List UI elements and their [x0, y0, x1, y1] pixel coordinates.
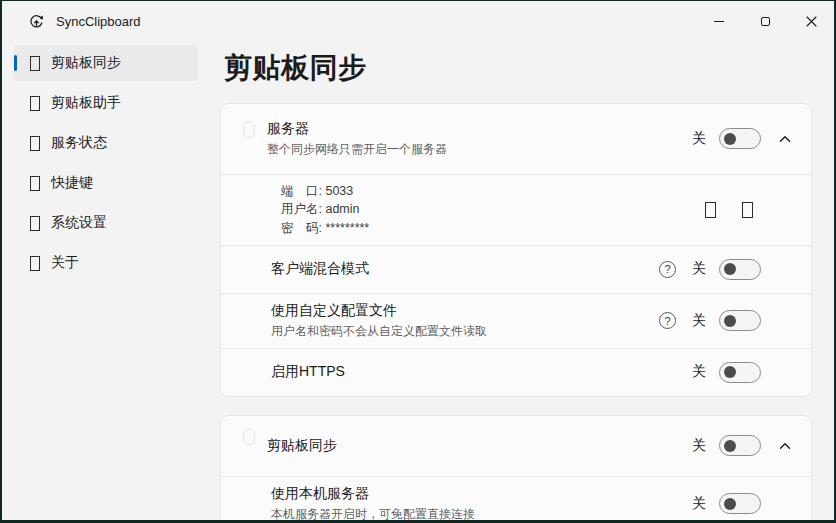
- server-collapse-chevron[interactable]: [773, 135, 797, 143]
- page-title: 剪贴板同步: [224, 51, 812, 85]
- chevron-up-icon: [779, 135, 791, 143]
- sidebar-item-service-status[interactable]: 服务状态: [14, 125, 198, 161]
- server-port-line: 端 口: 5033: [281, 182, 369, 201]
- server-title: 服务器: [267, 120, 447, 138]
- row-custom-config: 使用自定义配置文件 用户名和密码不会从自定义配置文件读取 ? 关: [221, 293, 811, 348]
- server-card: 服务器 整个同步网络只需开启一个服务器 关 端 口: 5033 用户名: [220, 103, 812, 397]
- enable-https-toggle[interactable]: [719, 362, 761, 383]
- app-title: SyncClipboard: [56, 14, 141, 29]
- main-content: 剪贴板同步 服务器 整个同步网络只需开启一个服务器 关: [206, 41, 834, 520]
- enable-https-label: 启用HTTPS: [271, 363, 345, 381]
- row-use-local-server: 使用本机服务器 本机服务器开启时，可免配置直接连接 关: [221, 476, 811, 523]
- sidebar-item-label: 快捷键: [51, 174, 93, 192]
- clipboard-sync-collapse-chevron[interactable]: [773, 442, 797, 450]
- edit-credentials-button[interactable]: [742, 202, 753, 218]
- clipboard-assistant-icon: [30, 96, 40, 111]
- clipboard-sync-title: 剪贴板同步: [267, 437, 337, 455]
- toggle-state-label: 关: [692, 312, 706, 330]
- row-enable-https: 启用HTTPS 关: [221, 348, 811, 396]
- clipboard-sync-toggle-state-label: 关: [692, 437, 706, 455]
- reveal-password-icon: [705, 202, 716, 218]
- minimize-icon: [714, 21, 724, 22]
- chevron-up-icon: [779, 442, 791, 450]
- service-status-icon: [30, 136, 40, 151]
- clipboard-sync-expander-header[interactable]: 剪贴板同步 关: [221, 416, 811, 476]
- sidebar-item-label: 剪贴板助手: [51, 94, 121, 112]
- server-toggle-state-label: 关: [692, 130, 706, 148]
- maximize-button[interactable]: [742, 1, 788, 41]
- clipboard-sync-card: 剪贴板同步 关 使用本机服务器 本机服务器开启时，可免配置直接连接: [220, 415, 812, 523]
- help-icon[interactable]: ?: [659, 261, 676, 278]
- close-button[interactable]: [788, 1, 834, 41]
- clipboard-sync-icon: [30, 56, 40, 71]
- server-username-line: 用户名: admin: [281, 200, 369, 219]
- sidebar-item-system-settings[interactable]: 系统设置: [14, 205, 198, 241]
- use-local-server-toggle[interactable]: [719, 493, 761, 514]
- row-client-mixed-mode: 客户端混合模式 ? 关: [221, 245, 811, 293]
- sidebar-item-clipboard-assistant[interactable]: 剪贴板助手: [14, 85, 198, 121]
- use-local-server-subtitle: 本机服务器开启时，可免配置直接连接: [271, 506, 475, 523]
- sidebar-item-hotkeys[interactable]: 快捷键: [14, 165, 198, 201]
- selected-accent-bar: [14, 55, 17, 71]
- server-password-line: 密 码: *********: [281, 219, 369, 238]
- sidebar-item-label: 关于: [51, 254, 79, 272]
- edit-credentials-icon: [742, 202, 753, 218]
- titlebar: SyncClipboard: [2, 1, 834, 41]
- window-controls: [696, 1, 834, 41]
- custom-config-toggle[interactable]: [719, 310, 761, 331]
- sync-app-icon: [28, 13, 45, 30]
- sidebar-item-label: 服务状态: [51, 134, 107, 152]
- app-window: SyncClipboard 剪贴板同步 剪贴板助手: [0, 0, 836, 523]
- clipboard-sync-card-icon: [243, 428, 255, 445]
- custom-config-label: 使用自定义配置文件: [271, 302, 487, 320]
- toggle-state-label: 关: [692, 495, 706, 513]
- custom-config-subtitle: 用户名和密码不会从自定义配置文件读取: [271, 323, 487, 340]
- close-icon: [806, 16, 817, 27]
- toggle-state-label: 关: [692, 260, 706, 278]
- server-credentials-row: 端 口: 5033 用户名: admin 密 码: *********: [221, 174, 811, 245]
- client-mixed-mode-label: 客户端混合模式: [271, 260, 369, 278]
- maximize-icon: [761, 17, 770, 26]
- system-settings-icon: [30, 216, 40, 231]
- toggle-state-label: 关: [692, 363, 706, 381]
- sidebar: 剪贴板同步 剪贴板助手 服务状态 快捷键 系统设置: [2, 41, 206, 520]
- help-icon[interactable]: ?: [659, 312, 676, 329]
- server-subtitle: 整个同步网络只需开启一个服务器: [267, 141, 447, 158]
- server-expander-header[interactable]: 服务器 整个同步网络只需开启一个服务器 关: [221, 104, 811, 174]
- sidebar-item-about[interactable]: 关于: [14, 245, 198, 281]
- minimize-button[interactable]: [696, 1, 742, 41]
- about-icon: [30, 256, 40, 271]
- sidebar-item-clipboard-sync[interactable]: 剪贴板同步: [14, 45, 198, 81]
- server-icon: [243, 121, 255, 138]
- sidebar-item-label: 剪贴板同步: [51, 54, 121, 72]
- clipboard-sync-toggle[interactable]: [719, 435, 761, 456]
- client-mixed-mode-toggle[interactable]: [719, 259, 761, 280]
- reveal-password-button[interactable]: [705, 202, 716, 218]
- use-local-server-label: 使用本机服务器: [271, 485, 475, 503]
- hotkeys-icon: [30, 176, 40, 191]
- server-toggle[interactable]: [719, 128, 761, 149]
- sidebar-item-label: 系统设置: [51, 214, 107, 232]
